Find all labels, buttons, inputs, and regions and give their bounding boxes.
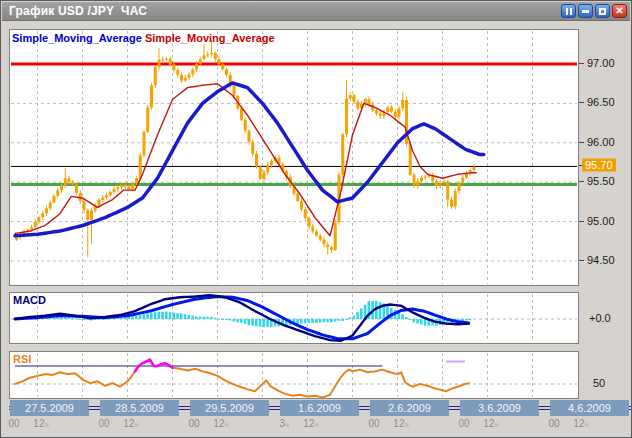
time-label: 12ч xyxy=(33,418,48,429)
y-axis-label: 95.50 xyxy=(587,175,615,187)
legend: Simple_Moving_Average Simple_Moving_Aver… xyxy=(12,32,275,44)
rsi-label: RSI xyxy=(13,353,31,365)
date-box: 4.6.2009 xyxy=(550,400,629,416)
time-label: 12ч xyxy=(123,418,138,429)
time-label: 00 xyxy=(548,418,559,429)
title-bar[interactable]: График USD /JPY ЧАС xyxy=(2,2,630,21)
minimize-button[interactable] xyxy=(578,4,593,18)
y-axis: 97.0096.5096.0095.7095.5095.0094.50 xyxy=(579,21,632,437)
current-price-badge: 95.70 xyxy=(582,159,616,172)
y-axis-tick xyxy=(579,102,584,103)
time-label: 00 xyxy=(98,418,109,429)
y-axis-tick xyxy=(579,221,584,222)
rsi-panel[interactable] xyxy=(9,351,579,399)
time-label: 12ч xyxy=(213,418,228,429)
y-axis-tick xyxy=(579,181,584,182)
date-box: 27.5.2009 xyxy=(10,400,89,416)
macd-label: MACD xyxy=(13,294,46,306)
y-axis-label: 95.00 xyxy=(587,215,615,227)
minimize-icon xyxy=(582,10,589,13)
window-title: График USD /JPY ЧАС xyxy=(9,4,147,18)
close-icon: ✕ xyxy=(615,6,623,16)
date-box: 29.5.2009 xyxy=(190,400,269,416)
time-label: 00 xyxy=(188,418,199,429)
maximize-button[interactable] xyxy=(595,4,610,18)
legend-sma-red: Simple_Moving_Average xyxy=(145,32,275,44)
time-label: 12ч xyxy=(573,418,588,429)
date-box: 2.6.2009 xyxy=(370,400,449,416)
legend-sma-blue: Simple_Moving_Average xyxy=(12,32,142,44)
chart-window: График USD /JPY ЧАС ✕ Simple_Moving_Aver… xyxy=(0,0,632,438)
time-label: 12ч xyxy=(483,418,498,429)
y-axis-tick xyxy=(579,63,584,64)
time-label: 00 xyxy=(368,418,379,429)
price-chart-panel[interactable] xyxy=(9,29,579,286)
y-axis-tick xyxy=(579,260,584,261)
date-box: 3.6.2009 xyxy=(460,400,539,416)
rsi-level-label: 50 xyxy=(593,377,605,389)
pause-icon xyxy=(566,8,572,15)
time-label: 12ч xyxy=(393,418,408,429)
y-axis-label: 96.00 xyxy=(587,136,615,148)
y-axis-tick xyxy=(579,142,584,143)
time-label: 00 xyxy=(8,418,19,429)
window-buttons: ✕ xyxy=(561,4,627,18)
time-label: 12ч xyxy=(303,418,318,429)
x-axis: 27.5.20090012ч28.5.20090012ч29.5.2009001… xyxy=(1,399,632,433)
y-axis-label: 97.00 xyxy=(587,57,615,69)
close-button[interactable]: ✕ xyxy=(612,4,627,18)
date-box: 28.5.2009 xyxy=(100,400,179,416)
window-bottom-bevel xyxy=(2,434,630,435)
time-label: 00 xyxy=(458,418,469,429)
time-label: 3ч xyxy=(279,418,289,429)
macd-panel[interactable] xyxy=(9,292,579,344)
y-axis-label: 96.50 xyxy=(587,96,615,108)
y-axis-label: 94.50 xyxy=(587,254,615,266)
maximize-icon xyxy=(599,8,606,15)
date-box: 1.6.2009 xyxy=(280,400,359,416)
macd-zero-label: +0.0 xyxy=(589,312,611,324)
pin-button[interactable] xyxy=(561,4,576,18)
